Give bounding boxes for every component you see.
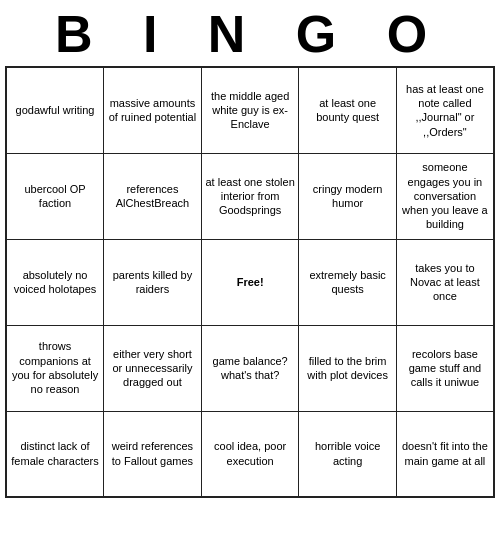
bingo-title: B I N G O bbox=[0, 0, 500, 66]
cell-r0-c2: the middle aged white guy is ex-Enclave bbox=[201, 67, 299, 153]
cell-r1-c1: references AlChestBreach bbox=[104, 153, 202, 239]
cell-r3-c0: throws companions at you for absolutely … bbox=[6, 325, 104, 411]
cell-r4-c3: horrible voice acting bbox=[299, 411, 396, 497]
cell-r4-c1: weird references to Fallout games bbox=[104, 411, 202, 497]
bingo-grid: godawful writingmassive amounts of ruine… bbox=[5, 66, 495, 498]
cell-r2-c4: takes you to Novac at least once bbox=[396, 239, 494, 325]
cell-r3-c2: game balance? what's that? bbox=[201, 325, 299, 411]
cell-r3-c3: filled to the brim with plot devices bbox=[299, 325, 396, 411]
cell-r1-c4: someone engages you in conversation when… bbox=[396, 153, 494, 239]
cell-r2-c0: absolutely no voiced holotapes bbox=[6, 239, 104, 325]
cell-r3-c1: either very short or unnecessarily dragg… bbox=[104, 325, 202, 411]
cell-r0-c0: godawful writing bbox=[6, 67, 104, 153]
cell-r4-c2: cool idea, poor execution bbox=[201, 411, 299, 497]
cell-r2-c2: Free! bbox=[201, 239, 299, 325]
cell-r3-c4: recolors base game stuff and calls it un… bbox=[396, 325, 494, 411]
cell-r4-c4: doesn't fit into the main game at all bbox=[396, 411, 494, 497]
cell-r1-c0: ubercool OP faction bbox=[6, 153, 104, 239]
cell-r2-c1: parents killed by raiders bbox=[104, 239, 202, 325]
cell-r0-c4: has at least one note called ,,Journal" … bbox=[396, 67, 494, 153]
cell-r0-c1: massive amounts of ruined potential bbox=[104, 67, 202, 153]
cell-r1-c3: cringy modern humor bbox=[299, 153, 396, 239]
cell-r2-c3: extremely basic quests bbox=[299, 239, 396, 325]
cell-r0-c3: at least one bounty quest bbox=[299, 67, 396, 153]
cell-r1-c2: at least one stolen interior from Goodsp… bbox=[201, 153, 299, 239]
cell-r4-c0: distinct lack of female characters bbox=[6, 411, 104, 497]
